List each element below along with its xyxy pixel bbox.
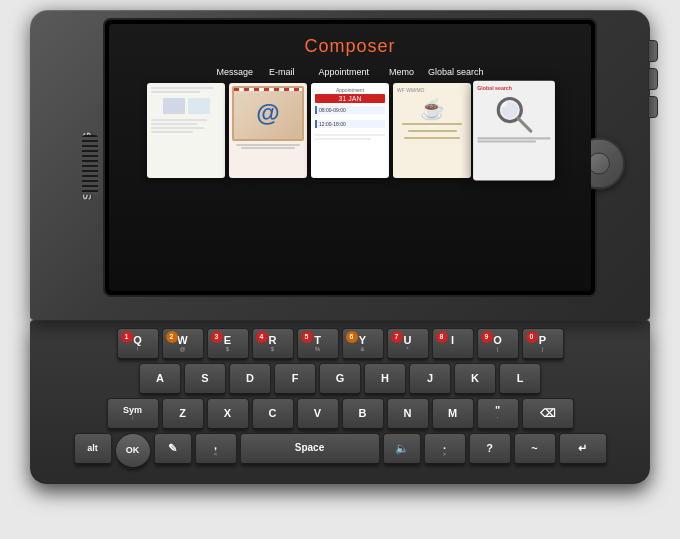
key-b[interactable]: B [342, 398, 384, 430]
cards-row: @ Appointment 31 JAN 08:00-09:00 [117, 83, 583, 178]
card-line [315, 134, 385, 136]
keyboard-row-3: Sym ↑ Z X C V B N M [42, 398, 638, 430]
key-num-1: 1 [121, 331, 133, 343]
key-sym[interactable]: Sym ↑ [107, 398, 159, 430]
key-num-4: 4 [256, 331, 268, 343]
key-n[interactable]: N [387, 398, 429, 430]
card-line [151, 87, 214, 89]
screen: Composer Message E-mail Appointment Memo [109, 24, 591, 291]
envelope-icon-2 [188, 98, 210, 114]
menu-item-appointment[interactable]: Appointment [318, 67, 369, 77]
key-num-8: 8 [436, 331, 448, 343]
menu-label-memo: Memo [389, 67, 414, 77]
appt-time-2: 12:00-18:00 [315, 120, 385, 128]
envelope-icon [163, 98, 185, 114]
key-backspace[interactable]: ⌫ [522, 398, 574, 430]
key-q[interactable]: 1 Q ! [117, 328, 159, 360]
key-speaker[interactable]: 🔈 [383, 433, 421, 465]
volume-up-button[interactable] [648, 40, 658, 62]
key-i[interactable]: 8 I . [432, 328, 474, 360]
key-o[interactable]: 9 O ( [477, 328, 519, 360]
spacer [315, 130, 385, 132]
key-r[interactable]: 4 R $ [252, 328, 294, 360]
at-symbol-icon: @ [256, 99, 279, 127]
memo-line [408, 130, 457, 132]
menu-item-memo[interactable]: Memo [389, 67, 414, 77]
menu-label-global-search: Global search [428, 67, 484, 77]
key-period[interactable]: . > [424, 433, 466, 465]
camera-button[interactable] [648, 96, 658, 118]
key-c[interactable]: C [252, 398, 294, 430]
phone-container: SAMSUNG Composer Message [10, 10, 670, 530]
key-p[interactable]: 0 P ) [522, 328, 564, 360]
menu-item-message[interactable]: Message [216, 67, 253, 77]
key-l[interactable]: L [499, 363, 541, 395]
key-ok[interactable]: OK [115, 433, 151, 469]
key-quotes[interactable]: " ' [477, 398, 519, 430]
volume-down-button[interactable] [648, 68, 658, 90]
global-search-card[interactable]: Global search [473, 80, 555, 180]
key-u[interactable]: 7 U * [387, 328, 429, 360]
key-num-3: 3 [211, 331, 223, 343]
keyboard-row-2: A S D F G H J K L [42, 363, 638, 395]
keyboard-row-1: 1 Q ! 2 W @ 3 E $ 4 R $ 5 T % [42, 328, 638, 360]
search-line [477, 137, 551, 139]
magnifier-icon [493, 93, 535, 135]
key-tilde[interactable]: ~ [514, 433, 556, 465]
appointment-date: 31 JAN [315, 94, 385, 103]
card-line [151, 91, 200, 93]
memo-header: WF WM/MO [397, 87, 467, 93]
appointment-card[interactable]: Appointment 31 JAN 08:00-09:00 12:00-18:… [311, 83, 389, 178]
email-card[interactable]: @ [229, 83, 307, 178]
key-h[interactable]: H [364, 363, 406, 395]
key-s[interactable]: S [184, 363, 226, 395]
phone-body: SAMSUNG Composer Message [30, 10, 650, 320]
menu-label-email: E-mail [269, 67, 295, 77]
card-line [241, 147, 295, 149]
memo-line [402, 123, 462, 125]
key-v[interactable]: V [297, 398, 339, 430]
search-line [477, 140, 536, 142]
memo-card[interactable]: WF WM/MO ☕ [393, 83, 471, 178]
key-alt[interactable]: alt [74, 433, 112, 465]
appointment-times: 08:00-09:00 12:00-18:00 [315, 106, 385, 132]
key-z[interactable]: Z [162, 398, 204, 430]
card-line [315, 138, 371, 140]
email-stamp: @ [232, 86, 304, 141]
key-g[interactable]: G [319, 363, 361, 395]
menu-labels-row: Message E-mail Appointment Memo Global s… [117, 67, 583, 77]
key-w[interactable]: 2 W @ [162, 328, 204, 360]
key-y[interactable]: 6 Y & [342, 328, 384, 360]
key-notepad[interactable]: ✎ [154, 433, 192, 465]
key-d[interactable]: D [229, 363, 271, 395]
card-line [151, 131, 193, 133]
menu-item-email[interactable]: E-mail [269, 67, 295, 77]
menu-label-appointment: Appointment [318, 67, 369, 77]
memo-squiggle-icon: ☕ [397, 97, 467, 121]
key-f[interactable]: F [274, 363, 316, 395]
key-j[interactable]: J [409, 363, 451, 395]
key-num-5: 5 [301, 331, 313, 343]
key-x[interactable]: X [207, 398, 249, 430]
stamp-border [234, 88, 302, 91]
key-space[interactable]: Space [240, 433, 380, 465]
key-enter[interactable]: ↵ [559, 433, 607, 465]
dpad-center[interactable] [588, 152, 610, 174]
appointment-header-text: Appointment [315, 87, 385, 93]
key-num-6: 6 [346, 331, 358, 343]
key-comma[interactable]: , < [195, 433, 237, 465]
menu-item-global-search[interactable]: Global search [428, 67, 484, 77]
appt-time-1: 08:00-09:00 [315, 106, 385, 114]
keyboard-row-4: alt OK ✎ , < Space 🔈 . > ? [42, 433, 638, 469]
key-e[interactable]: 3 E $ [207, 328, 249, 360]
key-a[interactable]: A [139, 363, 181, 395]
message-card[interactable] [147, 83, 225, 178]
key-t[interactable]: 5 T % [297, 328, 339, 360]
card-line [151, 119, 207, 121]
key-k[interactable]: K [454, 363, 496, 395]
key-question[interactable]: ? [469, 433, 511, 465]
key-m[interactable]: M [432, 398, 474, 430]
svg-line-2 [518, 118, 531, 131]
right-side-buttons [648, 40, 658, 118]
key-num-2: 2 [166, 331, 178, 343]
